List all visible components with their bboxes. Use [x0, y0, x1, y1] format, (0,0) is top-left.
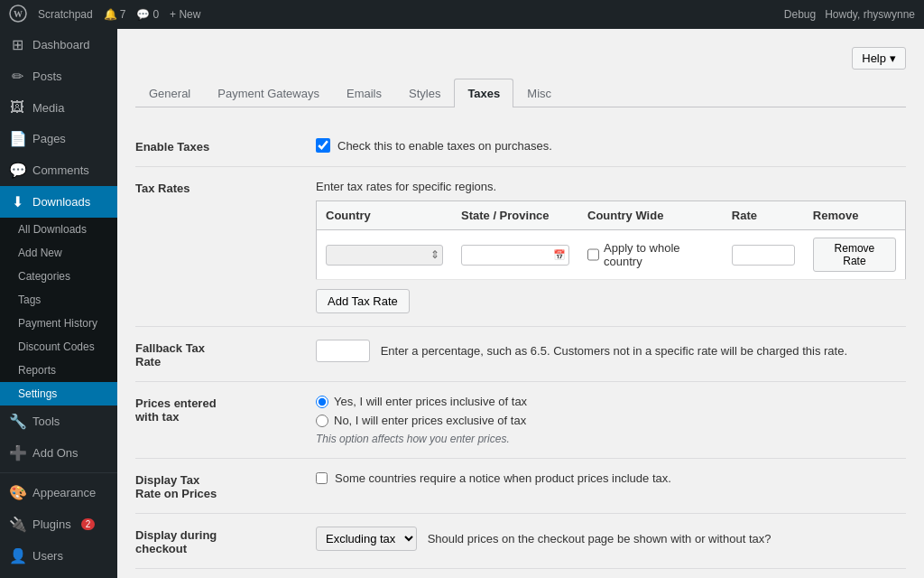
debug-label[interactable]: Debug	[784, 8, 816, 21]
sidebar-item-add-ons[interactable]: ➕ Add Ons	[0, 437, 117, 469]
sidebar-item-label: Pages	[32, 132, 66, 145]
sidebar-item-all-downloads[interactable]: All Downloads	[0, 218, 117, 241]
display-checkout-label: Display during checkout	[135, 527, 316, 555]
display-tax-label: Display Tax Rate on Prices	[135, 471, 316, 500]
sidebar-item-settings[interactable]: Settings	[0, 382, 117, 406]
sidebar-item-appearance[interactable]: 🎨 Appearance	[0, 477, 117, 508]
display-tax-checkbox[interactable]	[316, 472, 328, 484]
country-select[interactable]	[326, 245, 443, 266]
tools-icon: 🔧	[9, 413, 25, 430]
sidebar-item-tags[interactable]: Tags	[0, 288, 117, 312]
appearance-label: Appearance	[32, 486, 96, 499]
settings-row-fallback-tax: Fallback Tax Rate Enter a percentage, su…	[135, 327, 906, 382]
settings-row-display-tax: Display Tax Rate on Prices Some countrie…	[135, 459, 906, 514]
appearance-icon: 🎨	[9, 484, 25, 501]
users-label: Users	[32, 549, 63, 563]
plugins-icon: 🔌	[9, 516, 25, 533]
topbar-site-name[interactable]: Scratchpad	[38, 8, 93, 21]
display-checkout-select[interactable]: Excluding tax Including tax	[316, 527, 417, 551]
th-remove: Remove	[804, 201, 906, 230]
tab-emails[interactable]: Emails	[333, 79, 395, 107]
help-btn-container: Help ▾	[135, 47, 906, 70]
downloads-icon: ⬇	[9, 193, 25, 210]
tab-payment-gateways[interactable]: Payment Gateways	[204, 79, 333, 107]
sidebar-item-discount-codes[interactable]: Discount Codes	[0, 335, 117, 359]
prices-exclusive-radio[interactable]	[316, 415, 328, 427]
topbar-updates[interactable]: 🔔 7	[104, 8, 126, 21]
settings-row-enable-taxes: Enable Taxes Check this to enable taxes …	[135, 126, 906, 167]
fallback-tax-label: Fallback Tax Rate	[135, 340, 316, 368]
sidebar-item-label: Media	[32, 101, 64, 115]
prices-inclusive-label: Yes, I will enter prices inclusive of ta…	[334, 395, 527, 408]
sidebar-item-tools[interactable]: 🔧 Tools	[0, 406, 117, 437]
prices-inclusive-radio[interactable]	[316, 396, 328, 408]
media-icon: 🖼	[9, 99, 25, 116]
topbar-new[interactable]: + New	[170, 8, 200, 21]
tax-rates-description: Enter tax rates for specific regions.	[316, 180, 906, 193]
prices-tax-helper: This option affects how you enter prices…	[316, 433, 906, 445]
sidebar-item-dashboard[interactable]: ⊞ Dashboard	[0, 29, 117, 61]
tabs: General Payment Gateways Emails Styles T…	[135, 79, 906, 107]
topbar-comments[interactable]: 💬 0	[136, 8, 159, 21]
sidebar-item-comments[interactable]: 💬 Comments	[0, 154, 117, 186]
add-tax-rate-button[interactable]: Add Tax Rate	[316, 289, 410, 313]
main-content: Help ▾ General Payment Gateways Emails S…	[117, 29, 924, 578]
tab-styles[interactable]: Styles	[395, 79, 454, 107]
sidebar-item-posts[interactable]: ✏ Posts	[0, 61, 117, 92]
topbar-right: Debug Howdy, rhyswynne	[784, 8, 915, 21]
dashboard-icon: ⊞	[9, 36, 25, 53]
sidebar-item-media[interactable]: 🖼 Media	[0, 92, 117, 123]
tax-rates-table: Country State / Province Country Wide Ra…	[316, 200, 906, 280]
display-checkout-description: Should prices on the checkout page be sh…	[428, 532, 772, 545]
addons-icon: ➕	[9, 444, 25, 461]
settings-label: Settings	[18, 387, 57, 400]
tax-rates-label: Tax Rates	[135, 180, 316, 313]
enable-taxes-checkbox[interactable]	[316, 138, 330, 153]
help-button[interactable]: Help ▾	[852, 47, 906, 70]
display-tax-field: Some countries require a notice when pro…	[316, 471, 906, 500]
add-new-label: Add New	[18, 247, 62, 259]
help-chevron-icon: ▾	[890, 51, 896, 65]
fallback-tax-input[interactable]	[316, 340, 370, 362]
tags-label: Tags	[18, 294, 41, 306]
sidebar-item-label: Dashboard	[32, 38, 90, 51]
sidebar-item-plugins[interactable]: 🔌 Plugins 2	[0, 508, 117, 540]
sidebar-item-categories[interactable]: Categories	[0, 265, 117, 288]
th-country-wide: Country Wide	[578, 201, 723, 230]
country-wide-checkbox[interactable]	[587, 248, 599, 261]
sidebar-item-users[interactable]: 👤 Users	[0, 540, 117, 572]
svg-text:W: W	[14, 9, 23, 19]
fallback-tax-description: Enter a percentage, such as 6.5. Custome…	[381, 344, 847, 358]
tab-misc[interactable]: Misc	[513, 79, 565, 107]
settings-row-display-checkout: Display during checkout Excluding tax In…	[135, 514, 906, 569]
sidebar-item-downloads[interactable]: ⬇ Downloads	[0, 186, 117, 218]
user-label[interactable]: Howdy, rhyswynne	[825, 8, 915, 21]
prices-tax-label: Prices entered with tax	[135, 395, 316, 445]
display-tax-checkbox-label: Some countries require a notice when pro…	[335, 471, 671, 485]
th-state: State / Province	[452, 201, 578, 230]
sidebar-item-tools-main[interactable]: 🔧 Tools	[0, 572, 117, 578]
plugins-label: Plugins	[32, 517, 71, 531]
sidebar-item-pages[interactable]: 📄 Pages	[0, 123, 117, 154]
users-icon: 👤	[9, 547, 25, 564]
remove-cell: Remove Rate	[804, 230, 906, 280]
sidebar-item-reports[interactable]: Reports	[0, 359, 117, 382]
rate-input[interactable]	[732, 245, 795, 266]
th-rate: Rate	[723, 201, 804, 230]
sidebar-item-label: Posts	[32, 70, 62, 83]
tab-taxes[interactable]: Taxes	[454, 79, 513, 107]
display-checkout-field: Excluding tax Including tax Should price…	[316, 527, 906, 555]
prices-exclusive-label: No, I will enter prices exclusive of tax	[334, 414, 526, 427]
sidebar-item-payment-history[interactable]: Payment History	[0, 312, 117, 335]
tab-general[interactable]: General	[135, 79, 204, 107]
all-downloads-label: All Downloads	[18, 223, 87, 236]
th-country: Country	[317, 201, 453, 230]
pages-icon: 📄	[9, 130, 25, 147]
remove-rate-button[interactable]: Remove Rate	[813, 238, 896, 272]
display-tax-checkbox-row: Some countries require a notice when pro…	[316, 471, 906, 485]
categories-label: Categories	[18, 270, 70, 283]
settings-row-tax-rates: Tax Rates Enter tax rates for specific r…	[135, 167, 906, 327]
table-row: ⇕ 📅	[317, 230, 906, 280]
plugins-badge: 2	[81, 518, 96, 530]
sidebar-item-add-new[interactable]: Add New	[0, 241, 117, 265]
